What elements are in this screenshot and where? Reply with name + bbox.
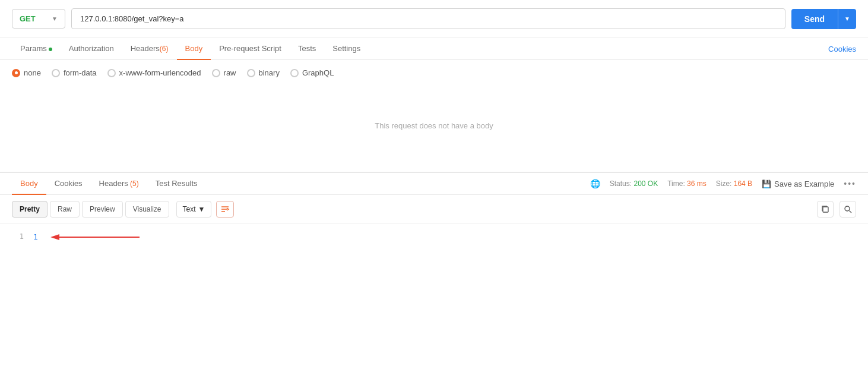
- body-options: none form-data x-www-form-urlencoded raw…: [0, 60, 868, 86]
- size-label: Size:: [716, 179, 734, 188]
- svg-line-5: [850, 211, 852, 213]
- code-content: 1: [33, 231, 142, 264]
- format-type-selector[interactable]: Text ▼: [176, 201, 212, 218]
- search-button[interactable]: [840, 201, 856, 218]
- radio-form-data-label: form-data: [64, 68, 97, 77]
- response-headers-badge: (5): [128, 179, 139, 188]
- radio-graphql-label: GraphQL: [302, 68, 334, 77]
- more-options-button[interactable]: •••: [844, 179, 856, 188]
- radio-binary[interactable]: binary: [247, 68, 280, 77]
- wrap-icon: [220, 204, 230, 214]
- tab-headers[interactable]: Headers(6): [122, 38, 177, 60]
- tab-params[interactable]: Params: [12, 38, 61, 60]
- tab-settings[interactable]: Settings: [324, 38, 369, 60]
- code-value: 1: [33, 231, 142, 244]
- format-raw-button[interactable]: Raw: [50, 201, 80, 218]
- status-badge: Status: 200 OK: [610, 179, 658, 188]
- red-arrow-svg: [47, 231, 142, 243]
- radio-binary-label: binary: [259, 68, 280, 77]
- format-visualize-button[interactable]: Visualize: [125, 201, 169, 218]
- params-dot: [49, 48, 52, 51]
- line-numbers: 1: [12, 231, 24, 264]
- tab-pre-request-script[interactable]: Pre-request Script: [211, 38, 290, 60]
- method-chevron-icon: ▼: [52, 15, 58, 22]
- radio-urlencoded-label: x-www-form-urlencoded: [119, 68, 201, 77]
- radio-raw-circle: [212, 69, 220, 77]
- tab-tests[interactable]: Tests: [290, 38, 324, 60]
- radio-raw[interactable]: raw: [212, 68, 236, 77]
- response-actions: [817, 201, 856, 218]
- radio-none-circle: [12, 69, 20, 77]
- code-value-text: 1: [33, 231, 38, 244]
- time-value: 36 ms: [687, 179, 707, 188]
- cookies-link[interactable]: Cookies: [828, 45, 856, 53]
- response-tab-cookies[interactable]: Cookies: [46, 173, 91, 195]
- response-tabs-row: Body Cookies Headers (5) Test Results 🌐 …: [0, 173, 868, 195]
- radio-binary-circle: [247, 69, 255, 77]
- format-pretty-button[interactable]: Pretty: [12, 201, 47, 218]
- save-example-button[interactable]: 💾 Save as Example: [762, 179, 834, 188]
- radio-urlencoded[interactable]: x-www-form-urlencoded: [107, 68, 201, 77]
- tab-body[interactable]: Body: [177, 38, 211, 60]
- radio-form-data[interactable]: form-data: [52, 68, 97, 77]
- arrow-indicator: [47, 231, 142, 243]
- copy-icon: [821, 205, 829, 213]
- url-input[interactable]: [71, 8, 785, 29]
- format-type-label: Text: [183, 205, 196, 213]
- time-label: Time:: [667, 179, 687, 188]
- copy-button[interactable]: [817, 201, 834, 218]
- status-value: 200 OK: [633, 179, 658, 188]
- headers-badge: (6): [160, 45, 169, 53]
- wrap-button[interactable]: [216, 201, 234, 218]
- svg-point-4: [845, 206, 850, 211]
- radio-none-label: none: [24, 68, 41, 77]
- status-label: Status:: [610, 179, 634, 188]
- radio-graphql-circle: [290, 69, 299, 77]
- size-display: Size: 164 B: [716, 179, 752, 188]
- response-tab-body[interactable]: Body: [12, 173, 46, 195]
- radio-none[interactable]: none: [12, 68, 41, 77]
- globe-icon: 🌐: [590, 179, 600, 188]
- svg-marker-7: [50, 234, 59, 240]
- method-selector[interactable]: GET ▼: [12, 9, 65, 29]
- code-area: 1 1: [0, 224, 868, 272]
- radio-urlencoded-circle: [107, 69, 116, 77]
- request-tabs: Params Authorization Headers(6) Body Pre…: [0, 38, 868, 60]
- radio-raw-label: raw: [224, 68, 236, 77]
- response-format-bar: Pretty Raw Preview Visualize Text ▼: [0, 195, 868, 224]
- save-icon: 💾: [762, 179, 771, 188]
- response-tab-headers[interactable]: Headers (5): [91, 173, 147, 195]
- send-button[interactable]: Send: [791, 9, 838, 29]
- format-preview-button[interactable]: Preview: [82, 201, 123, 218]
- radio-form-data-circle: [52, 69, 60, 77]
- search-icon: [844, 205, 852, 213]
- size-value: 164 B: [734, 179, 752, 188]
- send-button-group: Send ▼: [791, 9, 856, 29]
- radio-graphql[interactable]: GraphQL: [290, 68, 334, 77]
- send-dropdown-button[interactable]: ▼: [838, 9, 856, 29]
- svg-rect-3: [823, 207, 828, 212]
- response-tab-test-results[interactable]: Test Results: [147, 173, 206, 195]
- tab-authorization[interactable]: Authorization: [61, 38, 122, 60]
- line-number-1: 1: [12, 231, 24, 242]
- method-label: GET: [20, 14, 36, 23]
- time-display: Time: 36 ms: [667, 179, 707, 188]
- response-meta: 🌐 Status: 200 OK Time: 36 ms Size: 164 B…: [590, 179, 856, 188]
- response-section: Body Cookies Headers (5) Test Results 🌐 …: [0, 172, 868, 272]
- top-bar: GET ▼ Send ▼: [0, 0, 868, 38]
- no-body-message: This request does not have a body: [0, 86, 868, 166]
- format-type-chevron-icon: ▼: [198, 205, 205, 213]
